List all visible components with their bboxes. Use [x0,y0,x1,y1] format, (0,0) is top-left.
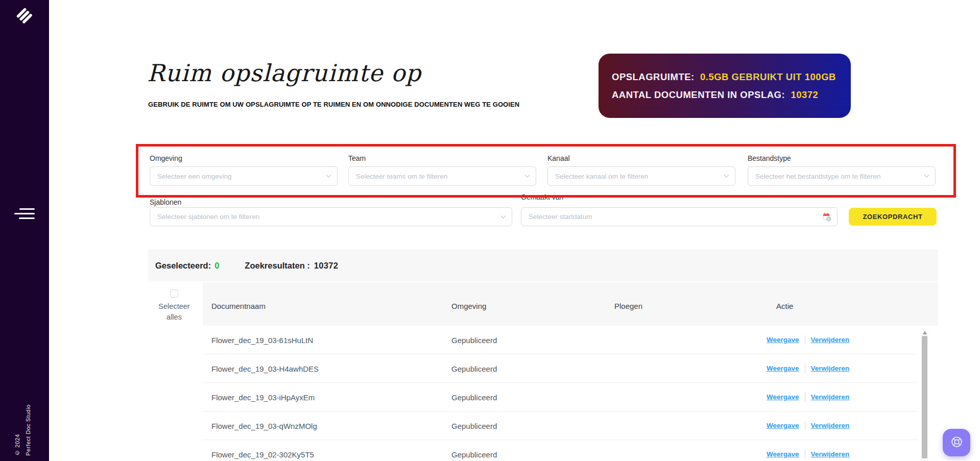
column-header-ploegen: Ploegen [614,302,642,310]
storage-total-value: 100GB [805,71,836,82]
action-divider [805,335,805,345]
startdatum-placeholder: Selecteer startdatum [529,213,592,221]
team-label: Team [348,154,536,162]
row-actions: Weergave Verwijderen [767,364,849,373]
storage-cleanup-page: © 2024 Perfect Doc Studio Ruim opslagrui… [0,0,980,461]
document-name: Flower_dec_19_03-iHpAyxEm [211,393,315,401]
table-row: Flower_dec_19_03-61sHuLtN Gepubliceerd W… [203,326,918,354]
page-subtitle: GEBRUIK DE RUIMTE OM UW OPSLAGRUIMTE OP … [148,101,519,108]
storage-used-value: 0.5GB [700,71,729,82]
chevron-down-icon [500,215,506,219]
storage-usage-middle: GEBRUIKT UIT [732,71,802,82]
chevron-down-icon [924,175,929,178]
table-scrollbar[interactable] [921,328,928,461]
table-row: Flower_dec_19_03-iHpAyxEm Gepubliceerd W… [203,383,918,411]
results-summary-bar: Geselecteerd: 0 Zoekresultaten : 10372 [148,250,938,281]
storage-summary-card: OPSLAGRUIMTE: 0.5GB GEBRUIKT UIT 100GB A… [599,54,851,118]
document-name: Flower_dec_19_03-H4awhDES [211,364,319,373]
bestandstype-select[interactable]: Selecteer het bestandstype om te filtere… [748,166,936,186]
zoekopdracht-button[interactable]: ZOEKOPDRACHT [849,208,937,226]
results-count: 10372 [314,261,338,271]
startdatum-date-input[interactable]: Selecteer startdatum [521,207,838,226]
weergave-link[interactable]: Weergave [767,365,799,372]
kanaal-select[interactable]: Selecteer kanaal om te filteren [547,166,735,186]
sidebar: © 2024 Perfect Doc Studio [0,0,49,461]
sjablonen-label: Sjablonen [150,198,181,206]
team-placeholder: Selecteer teams om te filteren [356,173,447,180]
document-name: Flower_dec_19_02-302Ky5T5 [211,450,314,458]
action-divider [805,364,805,373]
column-header-actie: Actie [776,302,793,310]
filter-omgeving: Omgeving Selecteer een omgeving [150,154,338,186]
support-button[interactable] [943,429,970,456]
filter-bestandstype: Bestandstype Selecteer het bestandstype … [748,154,936,186]
table-row: Flower_dec_19_03-qWnzMOlg Gepubliceerd W… [203,411,918,440]
verwijderen-link[interactable]: Verwijderen [811,365,850,372]
select-all-label: Selecteer alles [158,302,189,321]
sjablonen-placeholder: Selecteer sjablonen om te filteren [157,213,259,221]
verwijderen-link[interactable]: Verwijderen [811,450,850,458]
document-omgeving: Gepubliceerd [451,335,497,344]
copyright-year: © 2024 [12,404,23,456]
weergave-link[interactable]: Weergave [767,450,799,458]
document-omgeving: Gepubliceerd [451,450,497,458]
weergave-link[interactable]: Weergave [767,336,799,344]
bestandstype-label: Bestandstype [748,154,936,162]
chevron-down-icon [524,175,530,178]
omgeving-placeholder: Selecteer een omgeving [157,173,232,180]
copyright-name: Perfect Doc Studio [23,404,34,456]
calendar-clock-icon [823,212,831,221]
kanaal-placeholder: Selecteer kanaal om te filteren [555,173,648,180]
sjablonen-select[interactable]: Selecteer sjablonen om te filteren [150,207,512,226]
row-actions: Weergave Verwijderen [767,393,849,402]
selected-label: Geselecteerd: [155,261,211,271]
documents-table: Documentnaam Omgeving Ploegen Actie Flow… [203,282,938,461]
document-count-value: 10372 [791,89,818,100]
sidebar-copyright: © 2024 Perfect Doc Studio [12,404,34,456]
action-divider [805,421,805,430]
verwijderen-link[interactable]: Verwijderen [811,393,850,401]
row-actions: Weergave Verwijderen [767,450,849,459]
scroll-up-arrow-icon[interactable] [923,331,927,334]
weergave-link[interactable]: Weergave [767,422,799,429]
select-all-control: Selecteer alles [156,289,192,323]
bestandstype-placeholder: Selecteer het bestandstype om te filtere… [755,173,880,180]
storage-usage-line: OPSLAGRUIMTE: 0.5GB GEBRUIKT UIT 100GB [612,68,838,86]
weergave-link[interactable]: Weergave [767,393,799,401]
lifebuoy-icon [950,435,964,451]
table-header-row: Documentnaam Omgeving Ploegen Actie [203,282,938,326]
row-actions: Weergave Verwijderen [767,421,849,430]
app-logo[interactable] [14,5,35,27]
action-divider [805,393,805,402]
results-label: Zoekresultaten : [245,261,309,271]
selected-count-badge: 0 [214,261,219,271]
hamburger-menu-icon[interactable] [14,208,35,222]
document-omgeving: Gepubliceerd [451,393,497,401]
scrollbar-thumb[interactable] [922,336,927,458]
document-count-label: AANTAL DOCUMENTEN IN OPSLAG: [612,89,785,100]
verwijderen-link[interactable]: Verwijderen [811,422,850,429]
storage-usage-label: OPSLAGRUIMTE: [612,71,695,82]
document-count-line: AANTAL DOCUMENTEN IN OPSLAG: 10372 [612,86,838,104]
column-header-omgeving: Omgeving [451,302,486,310]
verwijderen-link[interactable]: Verwijderen [811,336,850,344]
document-name: Flower_dec_19_03-qWnzMOlg [211,421,317,430]
page-title: Ruim opslagruimte op [147,59,421,87]
document-omgeving: Gepubliceerd [451,364,497,373]
omgeving-label: Omgeving [150,154,338,162]
row-actions: Weergave Verwijderen [767,335,849,345]
perfect-doc-logo-icon [14,19,35,28]
document-omgeving: Gepubliceerd [451,421,497,430]
team-select[interactable]: Selecteer teams om te filteren [348,166,536,186]
chevron-down-icon [326,175,331,178]
action-divider [805,450,805,459]
column-header-documentnaam: Documentnaam [211,302,266,310]
chevron-down-icon [724,175,729,178]
kanaal-label: Kanaal [547,154,735,162]
gemaakt-van-label: Gemaakt van [521,193,563,201]
filter-team: Team Selecteer teams om te filteren [348,154,536,186]
select-all-checkbox[interactable] [170,289,178,298]
omgeving-select[interactable]: Selecteer een omgeving [150,166,338,186]
table-row: Flower_dec_19_03-H4awhDES Gepubliceerd W… [203,354,918,383]
filter-kanaal: Kanaal Selecteer kanaal om te filteren [547,154,735,186]
